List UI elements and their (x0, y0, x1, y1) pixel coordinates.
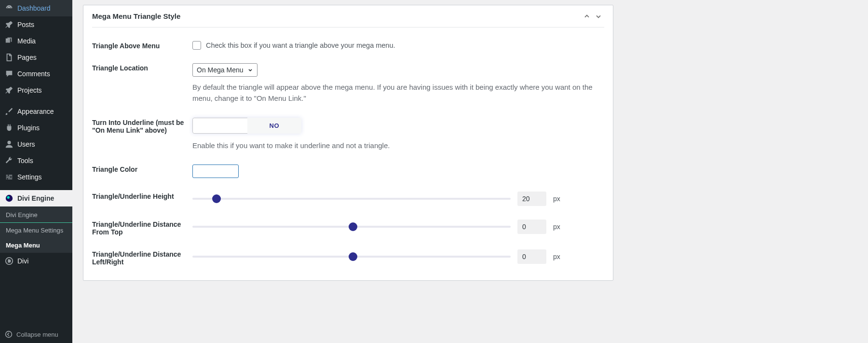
comment-icon (5, 69, 14, 78)
label-turn-underline: Turn Into Underline (must be "On Menu Li… (92, 118, 192, 134)
label-height: Triangle/Underline Height (92, 192, 192, 200)
nav-pages[interactable]: Pages (0, 49, 72, 66)
unit-label: px (553, 195, 560, 203)
row-turn-underline: Turn Into Underline (must be "On Menu Li… (92, 104, 604, 151)
height-slider[interactable] (192, 198, 511, 200)
height-value-input[interactable] (517, 192, 546, 206)
chevron-down-icon[interactable] (593, 13, 604, 20)
triangle-color-input[interactable] (192, 165, 239, 178)
submenu-mega-menu-settings[interactable]: Mega Menu Settings (0, 223, 72, 238)
submenu-divi-engine[interactable]: Divi Engine (0, 206, 72, 223)
submenu-mega-menu[interactable]: Mega Menu (0, 238, 72, 253)
main-content: Mega Menu Triangle Style Triangle Above … (72, 0, 868, 343)
chevron-up-icon[interactable] (581, 13, 593, 20)
dist-lr-slider[interactable] (192, 256, 511, 258)
nav-label: Media (17, 37, 36, 45)
label-triangle-color: Triangle Color (92, 165, 192, 173)
collapse-label: Collapse menu (16, 331, 58, 338)
nav-users[interactable]: Users (0, 136, 72, 152)
media-icon (5, 37, 14, 45)
row-dist-lr: Triangle/Underline Distance Left/Right p… (92, 236, 604, 266)
brush-icon (5, 107, 14, 116)
nav-comments[interactable]: Comments (0, 66, 72, 82)
nav-settings[interactable]: Settings (0, 169, 72, 185)
nav-label: Appearance (17, 108, 54, 115)
sliders-icon (5, 173, 14, 181)
nav-label: Divi (17, 257, 28, 265)
underline-toggle[interactable]: NO (192, 118, 301, 134)
label-triangle-location: Triangle Location (92, 63, 192, 72)
row-height: Triangle/Underline Height px (92, 178, 604, 206)
nav-divi-engine[interactable]: Divi Engine (0, 190, 72, 206)
pin-icon (5, 86, 14, 95)
label-dist-lr: Triangle/Underline Distance Left/Right (92, 249, 192, 266)
nav-label: Comments (17, 70, 50, 78)
nav-label: Tools (17, 157, 33, 165)
nav-label: Plugins (17, 124, 40, 132)
label-dist-top: Triangle/Underline Distance From Top (92, 220, 192, 236)
user-icon (5, 140, 14, 149)
nav-appearance[interactable]: Appearance (0, 103, 72, 120)
divi-engine-icon (5, 194, 14, 203)
nav-label: Divi Engine (17, 194, 54, 202)
triangle-location-desc: By default the triangle will appear abov… (192, 82, 604, 104)
nav-label: Users (17, 140, 35, 148)
select-value: On Mega Menu (197, 66, 244, 74)
admin-sidebar: Dashboard Posts Media Pages Comments Pro… (0, 0, 72, 343)
slider-thumb[interactable] (212, 194, 221, 203)
nav-label: Pages (17, 54, 37, 61)
toggle-yes (192, 118, 247, 134)
nav-label: Projects (17, 86, 42, 94)
settings-panel: Mega Menu Triangle Style Triangle Above … (83, 5, 613, 281)
slider-thumb[interactable] (349, 222, 357, 231)
triangle-location-select[interactable]: On Mega Menu (192, 63, 258, 77)
panel-title: Mega Menu Triangle Style (92, 12, 581, 20)
svg-point-3 (7, 196, 10, 199)
toggle-no: NO (247, 118, 302, 134)
row-triangle-location: Triangle Location On Mega Menu By defaul… (92, 50, 604, 104)
nav-media[interactable]: Media (0, 33, 72, 49)
nav-projects[interactable]: Projects (0, 82, 72, 98)
nav-dashboard[interactable]: Dashboard (0, 0, 72, 16)
nav-divi[interactable]: Divi (0, 253, 72, 269)
row-dist-top: Triangle/Underline Distance From Top px (92, 206, 604, 236)
nav-label: Posts (17, 21, 34, 28)
collapse-menu[interactable]: Collapse menu (0, 326, 72, 343)
dist-top-value-input[interactable] (517, 220, 546, 234)
nav-plugins[interactable]: Plugins (0, 120, 72, 136)
dashboard-icon (5, 4, 14, 13)
nav-tools[interactable]: Tools (0, 152, 72, 169)
chevron-down-icon (247, 67, 253, 73)
slider-thumb[interactable] (349, 252, 357, 261)
underline-desc: Enable this if you want to make it under… (192, 140, 604, 151)
svg-point-5 (6, 331, 12, 338)
svg-point-1 (7, 141, 11, 144)
label-triangle-above: Triangle Above Menu (92, 41, 192, 50)
unit-label: px (553, 223, 560, 231)
plug-icon (5, 123, 14, 132)
submenu: Divi Engine Mega Menu Settings Mega Menu (0, 206, 72, 253)
nav-label: Dashboard (17, 4, 51, 12)
unit-label: px (553, 253, 560, 261)
svg-point-0 (7, 39, 8, 40)
dist-lr-value-input[interactable] (517, 249, 546, 264)
row-triangle-color: Triangle Color (92, 151, 604, 178)
nav-posts[interactable]: Posts (0, 16, 72, 33)
nav-label: Settings (17, 173, 42, 181)
triangle-above-checkbox[interactable] (192, 41, 201, 50)
dist-top-slider[interactable] (192, 226, 511, 228)
divi-icon (5, 257, 14, 265)
triangle-above-check-label: Check this box if you want a triangle ab… (206, 41, 395, 49)
page-icon (5, 53, 14, 62)
row-triangle-above: Triangle Above Menu Check this box if yo… (92, 27, 604, 50)
collapse-icon (5, 330, 13, 338)
wrench-icon (5, 156, 14, 165)
pin-icon (5, 20, 14, 29)
panel-header: Mega Menu Triangle Style (92, 5, 604, 27)
